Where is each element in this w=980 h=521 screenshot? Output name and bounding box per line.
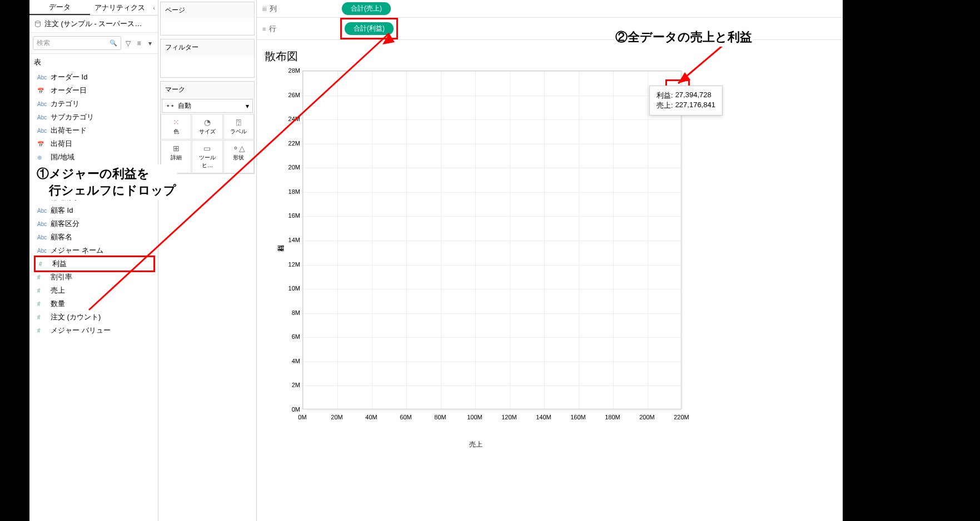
- viz-title[interactable]: 散布図: [265, 46, 835, 71]
- gridline-h: [303, 241, 681, 241]
- plot-area[interactable]: [302, 71, 681, 409]
- x-tick: 160M: [570, 414, 586, 420]
- marks-type-select[interactable]: ⚬⚬ 自動 ▾: [162, 99, 253, 113]
- field-item[interactable]: 📅出荷日: [29, 137, 158, 151]
- gridline-v: [303, 71, 304, 409]
- gridline-v: [372, 71, 372, 409]
- field-type-icon: Abc: [37, 101, 47, 107]
- gridline-v: [682, 71, 683, 409]
- viz-area: 散布図 利益 0M2M4M6M8M10M12M14M16M18M20M22M24…: [257, 40, 843, 521]
- field-label: オーダー Id: [51, 72, 87, 82]
- marks-title: マーク: [161, 82, 254, 98]
- field-type-icon: 📅: [37, 88, 47, 94]
- svg-point-0: [36, 21, 41, 23]
- field-label: 国/地域: [51, 152, 74, 162]
- mark-size[interactable]: ◔サイズ: [192, 114, 222, 139]
- gridline-v: [544, 71, 545, 409]
- field-item[interactable]: Abcカテゴリ: [29, 97, 158, 111]
- x-tick: 40M: [365, 414, 377, 420]
- field-type-icon: #: [37, 301, 47, 307]
- gridline-h: [303, 216, 681, 217]
- field-label: 出荷モード: [51, 126, 87, 136]
- field-item[interactable]: #利益: [34, 256, 155, 272]
- field-item[interactable]: Abc顧客 Id: [29, 204, 158, 217]
- x-tick: 120M: [501, 414, 517, 420]
- datasource-icon: [34, 20, 42, 28]
- mark-color[interactable]: ⁙色: [161, 114, 191, 139]
- field-item[interactable]: #割引率: [29, 270, 158, 284]
- annotation-1-line2: 行シェルフにドロップ: [37, 182, 176, 199]
- field-item[interactable]: #注文 (カウント): [29, 310, 158, 324]
- tab-analytics[interactable]: アナリティクス: [90, 0, 151, 15]
- field-item[interactable]: Abcサブカテゴリ: [29, 111, 158, 124]
- main-view: iii 列 合計(売上) ≡ 行 合計(利益) 散布図 利益 0M2M4M6M8…: [257, 0, 843, 521]
- filter-icon[interactable]: ▽: [123, 39, 132, 48]
- search-input[interactable]: 検索 🔍: [33, 36, 121, 50]
- gridline-h: [303, 71, 681, 72]
- field-type-icon: #: [37, 288, 47, 294]
- gridline-v: [648, 71, 648, 409]
- field-label: オーダー日: [51, 86, 87, 96]
- filters-card[interactable]: フィルター: [160, 39, 255, 78]
- mark-label[interactable]: ⍰ラベル: [223, 114, 254, 139]
- field-item[interactable]: ⊕国/地域: [29, 151, 158, 164]
- mark-label-label: ラベル: [230, 128, 247, 134]
- rows-pill[interactable]: 合計(利益): [345, 22, 394, 35]
- marks-auto-label: 自動: [178, 101, 191, 111]
- collapse-panel-icon[interactable]: ‹: [150, 0, 158, 15]
- tab-data[interactable]: データ: [29, 0, 90, 15]
- tooltip: 利益: 27,394,728 売上: 227,176,841: [649, 86, 723, 116]
- rows-label-text: 行: [269, 24, 276, 34]
- field-type-icon: Abc: [37, 74, 47, 81]
- field-item[interactable]: #メジャー バリュー: [29, 324, 158, 337]
- field-list: Abcオーダー Id📅オーダー日AbcカテゴリAbcサブカテゴリAbc出荷モード…: [29, 71, 158, 521]
- y-tick: 10M: [283, 285, 300, 292]
- columns-shelf[interactable]: iii 列 合計(売上): [257, 0, 843, 18]
- data-panel: データ アナリティクス ‹ 注文 (サンプル - スーパース… 検索 🔍 ▽ ≡…: [29, 0, 158, 521]
- field-item[interactable]: #数量: [29, 297, 158, 310]
- y-tick: 0M: [283, 406, 300, 413]
- menu-icon[interactable]: ≡: [135, 39, 143, 48]
- columns-icon: iii: [262, 6, 266, 12]
- datasource-row[interactable]: 注文 (サンプル - スーパース…: [29, 16, 158, 33]
- rows-shelf[interactable]: ≡ 行 合計(利益): [257, 18, 843, 40]
- field-type-icon: Abc: [37, 221, 47, 227]
- dropdown-icon[interactable]: ▾: [146, 39, 155, 48]
- annotation-1: ①メジャーの利益を 行シェルフにドロップ: [36, 164, 177, 200]
- mark-color-label: 色: [173, 128, 179, 134]
- field-type-icon: Abc: [37, 208, 47, 214]
- field-type-icon: Abc: [37, 128, 47, 134]
- annotation-2-text: ②全データの売上と利益: [615, 30, 752, 44]
- chevron-down-icon: ▾: [246, 102, 249, 110]
- y-tick: 8M: [283, 309, 300, 316]
- field-label: 数量: [51, 299, 65, 309]
- gridline-v: [579, 71, 579, 409]
- columns-pill[interactable]: 合計(売上): [342, 2, 391, 15]
- gridline-h: [303, 96, 681, 96]
- y-tick: 22M: [283, 140, 300, 147]
- search-placeholder: 検索: [37, 38, 50, 48]
- x-tick: 60M: [400, 414, 411, 420]
- y-tick: 16M: [283, 212, 300, 219]
- field-item[interactable]: Abc出荷モード: [29, 124, 158, 137]
- y-tick: 24M: [283, 116, 300, 122]
- pages-card[interactable]: ページ: [160, 2, 255, 36]
- mark-shape[interactable]: ⚬△形状: [223, 140, 254, 173]
- y-tick: 18M: [283, 188, 300, 195]
- gridline-h: [303, 119, 681, 120]
- field-item[interactable]: Abc顧客名: [29, 231, 158, 244]
- rows-icon: ≡: [262, 26, 266, 32]
- mark-tooltip[interactable]: ▭ツールヒ…: [192, 140, 222, 173]
- x-tick: 80M: [434, 414, 446, 420]
- field-label: 注文 (カウント): [51, 312, 101, 322]
- field-label: 出荷日: [51, 139, 72, 149]
- field-item[interactable]: #売上: [29, 284, 158, 297]
- gridline-h: [303, 265, 681, 265]
- field-item[interactable]: Abcオーダー Id: [29, 71, 158, 84]
- field-item[interactable]: Abc顧客区分: [29, 217, 158, 231]
- field-type-icon: 📅: [37, 141, 47, 147]
- label-icon: ⍰: [225, 118, 252, 127]
- datasource-name: 注文 (サンプル - スーパース…: [44, 19, 142, 29]
- tooltip-sales-value: 227,176,841: [675, 101, 715, 111]
- field-item[interactable]: 📅オーダー日: [29, 84, 158, 97]
